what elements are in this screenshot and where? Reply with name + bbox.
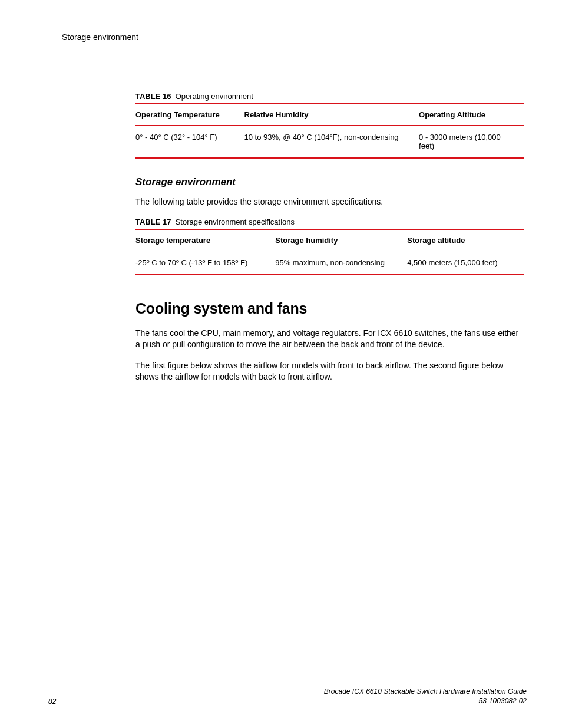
cell: -25º C to 70º C (-13º F to 158º F) xyxy=(135,251,275,275)
table-row: -25º C to 70º C (-13º F to 158º F) 95% m… xyxy=(135,251,524,275)
col-header: Operating Temperature xyxy=(135,104,244,126)
paragraph: The following table provides the storage… xyxy=(135,196,524,207)
page-footer: 82 Brocade ICX 6610 Stackable Switch Har… xyxy=(35,687,527,706)
doc-title: Brocade ICX 6610 Stackable Switch Hardwa… xyxy=(324,687,527,696)
cell: 10 to 93%, @ 40° C (104°F), non-condensi… xyxy=(244,126,419,159)
col-header: Storage altitude xyxy=(407,229,524,251)
table-header-row: Operating Temperature Relative Humidity … xyxy=(135,104,524,126)
running-head: Storage environment xyxy=(62,32,527,42)
cell: 4,500 meters (15,000 feet) xyxy=(407,251,524,275)
col-header: Operating Altitude xyxy=(419,104,524,126)
footer-right: Brocade ICX 6610 Stackable Switch Hardwa… xyxy=(324,687,527,706)
table-header-row: Storage temperature Storage humidity Sto… xyxy=(135,229,524,251)
table16-title: Operating environment xyxy=(176,92,253,101)
storage-environment-heading: Storage environment xyxy=(135,176,524,188)
main-content: TABLE 16 Operating environment Operating… xyxy=(135,92,524,382)
cooling-system-heading: Cooling system and fans xyxy=(135,300,524,317)
table17-title: Storage environment specifications xyxy=(176,218,295,226)
cell: 95% maximum, non-condensing xyxy=(275,251,407,275)
page: Storage environment TABLE 16 Operating e… xyxy=(0,0,562,728)
table16-label: TABLE 16 xyxy=(135,92,171,101)
paragraph: The fans cool the CPU, main memory, and … xyxy=(135,328,524,350)
table16: Operating Temperature Relative Humidity … xyxy=(135,103,524,159)
table-row: 0° - 40° C (32° - 104° F) 10 to 93%, @ 4… xyxy=(135,126,524,159)
page-number: 82 xyxy=(35,697,56,706)
table17-label: TABLE 17 xyxy=(135,218,171,226)
table17-caption: TABLE 17 Storage environment specificati… xyxy=(135,218,524,226)
table17: Storage temperature Storage humidity Sto… xyxy=(135,229,524,275)
cell: 0° - 40° C (32° - 104° F) xyxy=(135,126,244,159)
col-header: Storage temperature xyxy=(135,229,275,251)
paragraph: The first figure below shows the airflow… xyxy=(135,360,524,382)
cell: 0 - 3000 meters (10,000 feet) xyxy=(419,126,524,159)
doc-number: 53-1003082-02 xyxy=(324,696,527,706)
col-header: Relative Humidity xyxy=(244,104,419,126)
col-header: Storage humidity xyxy=(275,229,407,251)
table16-caption: TABLE 16 Operating environment xyxy=(135,92,524,101)
